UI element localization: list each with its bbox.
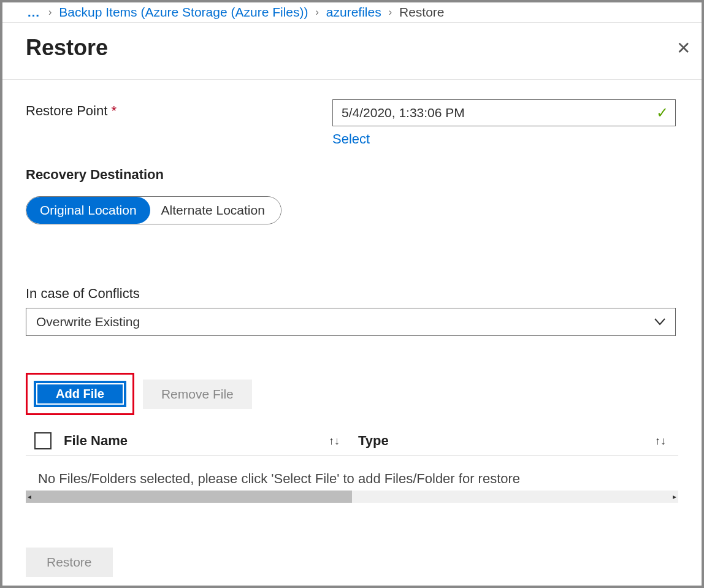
sort-icon[interactable]: ↑↓ xyxy=(655,435,666,448)
chevron-right-icon: › xyxy=(389,7,392,18)
recovery-option-original[interactable]: Original Location xyxy=(26,197,150,224)
restore-point-input[interactable] xyxy=(332,99,676,126)
column-filename[interactable]: File Name xyxy=(64,433,128,449)
breadcrumb: … › Backup Items (Azure Storage (Azure F… xyxy=(2,2,702,23)
chevron-down-icon xyxy=(654,316,665,329)
restore-point-label: Restore Point * xyxy=(26,99,332,119)
add-file-button[interactable]: Add File xyxy=(34,381,126,407)
empty-table-message: No Files/Folders selected, please click … xyxy=(26,456,678,487)
restore-point-field: Restore Point * ✓ Select xyxy=(26,99,678,147)
conflicts-label: In case of Conflicts xyxy=(26,286,678,302)
breadcrumb-backup-items[interactable]: Backup Items (Azure Storage (Azure Files… xyxy=(59,5,308,20)
scroll-left-icon[interactable]: ◂ xyxy=(26,492,33,501)
conflicts-dropdown[interactable]: Overwrite Existing xyxy=(26,308,676,336)
close-icon[interactable]: ✕ xyxy=(676,38,691,58)
column-type[interactable]: Type xyxy=(358,433,389,449)
file-table-header: File Name ↑↓ Type ↑↓ xyxy=(26,432,678,456)
page-header: Restore ✕ xyxy=(2,23,702,80)
recovery-destination-title: Recovery Destination xyxy=(26,167,678,183)
recovery-option-alternate[interactable]: Alternate Location xyxy=(150,197,281,224)
horizontal-scrollbar[interactable]: ◂ ▸ xyxy=(26,491,678,503)
chevron-right-icon: › xyxy=(315,7,318,18)
scrollbar-thumb[interactable] xyxy=(26,491,352,503)
remove-file-button[interactable]: Remove File xyxy=(143,380,252,409)
recovery-destination-toggle: Original Location Alternate Location xyxy=(26,196,281,224)
page-title: Restore xyxy=(26,35,108,61)
select-restore-point-link[interactable]: Select xyxy=(332,131,370,147)
breadcrumb-current: Restore xyxy=(399,5,445,20)
chevron-right-icon: › xyxy=(48,7,52,18)
scroll-right-icon[interactable]: ▸ xyxy=(671,492,678,501)
checkmark-icon: ✓ xyxy=(656,104,668,121)
restore-button[interactable]: Restore xyxy=(26,548,113,577)
select-all-checkbox[interactable] xyxy=(34,432,52,449)
breadcrumb-ellipsis[interactable]: … xyxy=(27,5,41,20)
add-file-highlight: Add File xyxy=(26,373,134,415)
conflicts-selected-value: Overwrite Existing xyxy=(36,315,140,329)
sort-icon[interactable]: ↑↓ xyxy=(329,435,340,448)
breadcrumb-azurefiles[interactable]: azurefiles xyxy=(326,5,381,20)
